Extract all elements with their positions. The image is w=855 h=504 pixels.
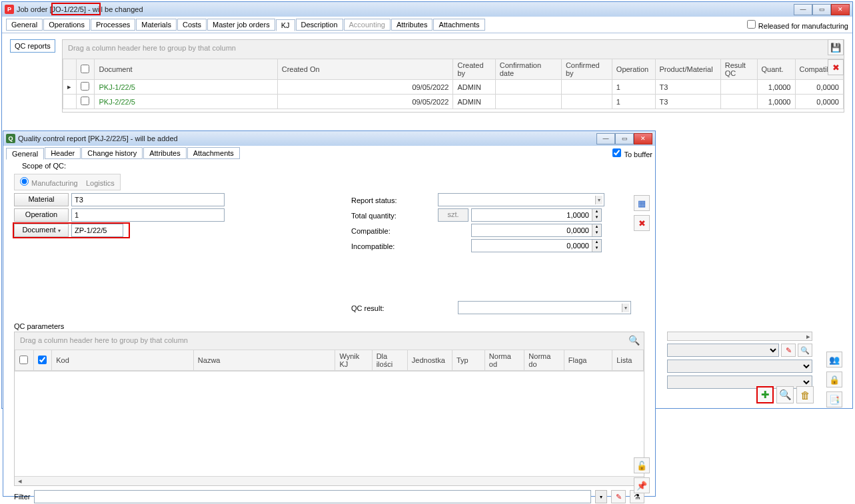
cell-prod: T3 [655,80,720,95]
dlg-title-text: Quality control report [PKJ-2/22/5] - wi… [18,134,596,142]
scope-manufacturing[interactable]: Manufacturing [20,179,78,187]
scope-radio-mfg[interactable] [20,177,29,186]
table-row[interactable]: PKJ-2/22/5 09/05/2022 ADMIN 1 T3 1,0000 … [63,95,844,109]
scope-logistics[interactable]: Logistics [86,179,115,187]
col-quant[interactable]: Quant. [757,59,795,80]
unlock-button[interactable]: 🔓 [634,457,650,473]
tab-attributes[interactable]: Attributes [391,19,432,31]
pcol-ndo[interactable]: Norma do [524,350,564,371]
main-close-button[interactable]: ✕ [831,4,850,15]
released-checkbox[interactable] [747,20,756,29]
tab-costs[interactable]: Costs [177,19,207,31]
col-created-on[interactable]: Created On [277,59,453,80]
people-button[interactable]: 👥 [826,352,842,368]
dlg-tab-attachments[interactable]: Attachments [187,147,240,159]
compat-input[interactable] [472,224,592,236]
pin-button[interactable]: 📌 [634,477,650,493]
filter-select-1[interactable] [667,344,779,357]
qcresult-combo[interactable] [458,301,631,314]
pcol-lista[interactable]: Lista [612,350,644,371]
material-input[interactable] [71,193,225,206]
group-bar[interactable]: Drag a column header here to group by th… [63,40,844,59]
params-hscroll[interactable]: ◂▸ [15,476,644,485]
dlg-tab-history[interactable]: Change history [81,147,143,159]
pcol-nod[interactable]: Norma od [484,350,524,371]
pcol-jedn[interactable]: Jednostka [407,350,452,371]
view-button[interactable]: 🔍 [776,386,794,403]
tab-kj[interactable]: KJ [276,19,295,31]
col-created-by[interactable]: Created by [453,59,495,80]
compat-spin[interactable]: ▲▼ [471,224,602,237]
col-check-all[interactable] [77,59,95,80]
dlg-tab-general[interactable]: General [6,148,44,160]
dlg-maximize-button[interactable]: ▭ [615,133,634,144]
add-button[interactable]: ✚ [756,386,774,403]
tab-materials[interactable]: Materials [136,19,177,31]
side-tab-qc-reports[interactable]: QC reports [10,39,55,53]
dlg-tab-attributes[interactable]: Attributes [143,147,186,159]
row-checkbox[interactable] [81,97,89,105]
app-icon: P [5,5,14,14]
operation-button[interactable]: Operation [14,208,69,222]
pcol-kod[interactable]: Kod [52,350,194,371]
params-search-icon[interactable]: 🔍 [628,335,640,346]
pcol-nazwa[interactable]: Nazwa [193,350,335,371]
dlg-delete-button[interactable]: ✖ [634,215,650,231]
tab-description[interactable]: Description [296,19,343,31]
status-combo[interactable] [438,193,604,206]
bookmark-button[interactable]: 📑 [826,391,842,407]
total-spin[interactable]: ▲▼ [471,208,602,222]
pcol-ilosci[interactable]: Dla ilości [372,350,407,371]
incompat-spin[interactable]: ▲▼ [471,239,602,252]
document-button[interactable]: Document [14,224,69,237]
dlg-close-button[interactable]: ✕ [634,133,652,144]
document-input[interactable] [71,224,123,237]
magnify-icon-button[interactable]: 🔍 [798,344,812,357]
released-label-text: Released for manufacturing [758,22,848,30]
lock-button[interactable]: 🔒 [826,372,842,387]
total-input[interactable] [472,209,592,221]
close-panel-button[interactable]: ✖ [828,59,844,75]
params-group-bar[interactable]: Drag a column header here to group by th… [15,332,644,350]
col-conf-date[interactable]: Confirmation date [495,59,561,80]
pcol-wynik[interactable]: Wynik KJ [335,350,372,371]
col-conf-by[interactable]: Confirmed by [561,59,612,80]
tab-attachments[interactable]: Attachments [433,19,484,31]
save-button[interactable]: 💾 [828,39,844,55]
doc-link[interactable]: PKJ-1/22/5 [99,83,135,91]
chip-button[interactable]: ▦ [634,195,650,211]
material-button[interactable]: Material [14,193,69,206]
tab-master-job-orders[interactable]: Master job orders [207,19,275,31]
pcol-check[interactable] [15,350,34,371]
col-document[interactable]: Document [95,59,277,80]
dlg-minimize-button[interactable]: — [596,133,615,144]
scrollbar-end[interactable]: ▸ [667,332,812,341]
dlg-tab-header[interactable]: Header [45,147,81,159]
col-product[interactable]: Product/Material [655,59,720,80]
tab-general[interactable]: General [6,19,43,31]
main-minimize-button[interactable]: — [794,4,812,15]
tab-processes[interactable]: Processes [91,19,135,31]
incompat-input[interactable] [472,240,592,252]
pcol-check2[interactable] [33,350,52,371]
col-result[interactable]: Result QC [720,59,757,80]
col-operation[interactable]: Operation [612,59,655,80]
col-indicator [63,59,77,80]
operation-input[interactable] [71,208,225,222]
tab-operations[interactable]: Operations [43,19,90,31]
trash-button[interactable]: 🗑 [796,386,814,403]
pcol-typ[interactable]: Typ [452,350,484,371]
main-maximize-button[interactable]: ▭ [812,4,831,15]
to-buffer-checkbox[interactable] [612,148,621,157]
to-buffer-label[interactable]: To buffer [612,148,652,158]
filter-input[interactable] [34,490,591,503]
row-checkbox[interactable] [81,82,89,91]
released-checkbox-label[interactable]: Released for manufacturing [747,20,848,30]
filter-dropdown[interactable]: ▾ [595,490,607,503]
filter-edit-button[interactable]: ✎ [611,490,626,503]
filter-select-2[interactable] [667,360,812,373]
pcol-flaga[interactable]: Flaga [564,350,612,371]
edit-icon-button[interactable]: ✎ [781,344,796,357]
table-row[interactable]: ▸ PKJ-1/22/5 09/05/2022 ADMIN 1 T3 1,000… [63,80,844,95]
doc-link[interactable]: PKJ-2/22/5 [99,98,135,106]
